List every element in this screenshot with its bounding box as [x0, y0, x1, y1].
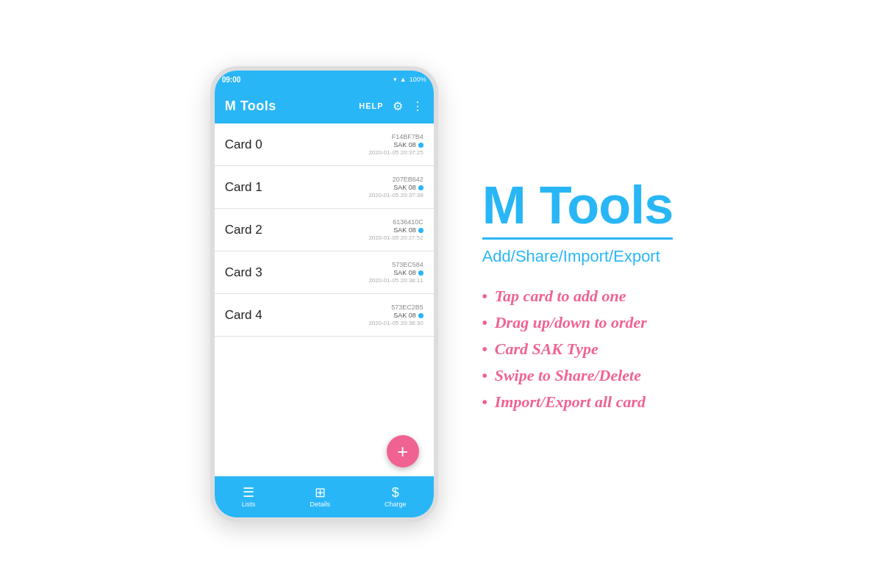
card-item[interactable]: Card 0 F14BF7B4 SAK 08 2020-01-05 20:37:… — [215, 123, 434, 166]
card-meta: 6136410C SAK 08 2020-01-05 20:27:52 — [368, 218, 423, 241]
card-name: Card 2 — [225, 223, 262, 237]
feature-bullet: • — [482, 315, 487, 331]
feature-item: • Swipe to Share/Delete — [482, 366, 647, 385]
card-sak: SAK 08 — [393, 269, 423, 276]
card-uid: 207EB642 — [393, 176, 423, 183]
card-meta: 573EC2B5 SAK 08 2020-01-05 20:38:30 — [368, 304, 423, 326]
card-date: 2020-01-05 20:38:11 — [368, 277, 423, 284]
feature-item: • Card SAK Type — [482, 340, 647, 359]
feature-item: • Drag up/down to order — [482, 313, 647, 332]
nav-label: Charge — [385, 501, 407, 508]
feature-bullet: • — [482, 368, 487, 384]
feature-text: Swipe to Share/Delete — [495, 366, 641, 385]
nav-label: Lists — [242, 501, 256, 508]
card-item[interactable]: Card 1 207EB642 SAK 08 2020-01-05 20:37:… — [215, 166, 434, 209]
info-underline — [482, 237, 673, 240]
usb-icon[interactable]: ⚙ — [393, 99, 403, 113]
card-sak-dot — [418, 313, 423, 318]
nav-icon: $ — [392, 486, 399, 499]
feature-text: Drag up/down to order — [495, 313, 647, 332]
status-icons: ▾ ▲ 100% — [393, 76, 426, 83]
app-bar: M Tools HELP ⚙ ⋮ — [215, 88, 434, 123]
card-uid: 573EC2B5 — [391, 304, 423, 311]
nav-label: Details — [310, 501, 330, 508]
card-meta: F14BF7B4 SAK 08 2020-01-05 20:37:25 — [368, 133, 423, 156]
card-item[interactable]: Card 4 573EC2B5 SAK 08 2020-01-05 20:38:… — [215, 294, 434, 337]
card-sak: SAK 08 — [393, 141, 423, 148]
feature-bullet: • — [482, 341, 487, 358]
card-name: Card 4 — [225, 308, 262, 323]
phone-mockup: 09:00 ▾ ▲ 100% M Tools HELP ⚙ ⋮ Card 0 F… — [210, 66, 438, 522]
card-item[interactable]: Card 3 573EC584 SAK 08 2020-01-05 20:38:… — [215, 251, 434, 294]
card-sak-dot — [418, 143, 423, 148]
status-bar: 09:00 ▾ ▲ 100% — [215, 71, 434, 88]
feature-item: • Tap card to add one — [482, 287, 647, 306]
feature-item: • Import/Export all card — [482, 392, 647, 412]
nav-icon: ☰ — [243, 486, 254, 499]
app-bar-title: M Tools — [225, 98, 276, 114]
card-name: Card 3 — [225, 265, 262, 280]
info-panel: M Tools Add/Share/Import/Export • Tap ca… — [482, 176, 673, 412]
card-sak-dot — [418, 185, 423, 190]
card-date: 2020-01-05 20:27:52 — [368, 234, 423, 241]
card-uid: F14BF7B4 — [392, 133, 423, 140]
card-uid: 573EC584 — [392, 261, 423, 268]
app-bar-actions: HELP ⚙ ⋮ — [359, 99, 423, 113]
card-sak-dot — [418, 270, 423, 276]
card-name: Card 0 — [225, 137, 262, 152]
feature-text: Tap card to add one — [495, 287, 626, 306]
feature-bullet: • — [482, 288, 487, 305]
card-sak-dot — [418, 228, 423, 233]
card-date: 2020-01-05 20:37:38 — [368, 192, 423, 198]
feature-list: • Tap card to add one • Drag up/down to … — [482, 287, 647, 412]
feature-text: Card SAK Type — [495, 340, 598, 359]
nav-item-details[interactable]: ⊞ Details — [310, 486, 330, 508]
status-time: 09:00 — [222, 76, 241, 84]
card-item[interactable]: Card 2 6136410C SAK 08 2020-01-05 20:27:… — [215, 209, 434, 251]
battery-label: 100% — [410, 76, 426, 83]
card-meta: 207EB642 SAK 08 2020-01-05 20:37:38 — [368, 176, 423, 198]
fab-add-button[interactable]: + — [387, 435, 419, 467]
card-sak: SAK 08 — [393, 226, 423, 234]
card-sak: SAK 08 — [393, 184, 423, 191]
main-container: 09:00 ▾ ▲ 100% M Tools HELP ⚙ ⋮ Card 0 F… — [0, 0, 883, 588]
help-button[interactable]: HELP — [359, 101, 383, 110]
card-meta: 573EC584 SAK 08 2020-01-05 20:38:11 — [368, 261, 423, 284]
card-date: 2020-01-05 20:37:25 — [368, 149, 423, 156]
nav-icon: ⊞ — [315, 486, 326, 499]
info-title: M Tools — [482, 176, 673, 234]
card-list: Card 0 F14BF7B4 SAK 08 2020-01-05 20:37:… — [215, 123, 434, 476]
wifi-icon: ▾ — [393, 76, 397, 83]
card-name: Card 1 — [225, 180, 262, 195]
feature-bullet: • — [482, 394, 487, 411]
info-subtitle: Add/Share/Import/Export — [482, 247, 660, 266]
nav-item-charge[interactable]: $ Charge — [385, 486, 407, 508]
signal-icon: ▲ — [400, 76, 407, 83]
feature-text: Import/Export all card — [495, 392, 646, 412]
card-date: 2020-01-05 20:38:30 — [368, 320, 423, 326]
more-options-icon[interactable]: ⋮ — [412, 99, 423, 113]
nav-item-lists[interactable]: ☰ Lists — [242, 486, 256, 508]
card-sak: SAK 08 — [393, 312, 423, 319]
bottom-nav: ☰ Lists ⊞ Details $ Charge — [215, 476, 434, 517]
card-uid: 6136410C — [393, 218, 423, 226]
